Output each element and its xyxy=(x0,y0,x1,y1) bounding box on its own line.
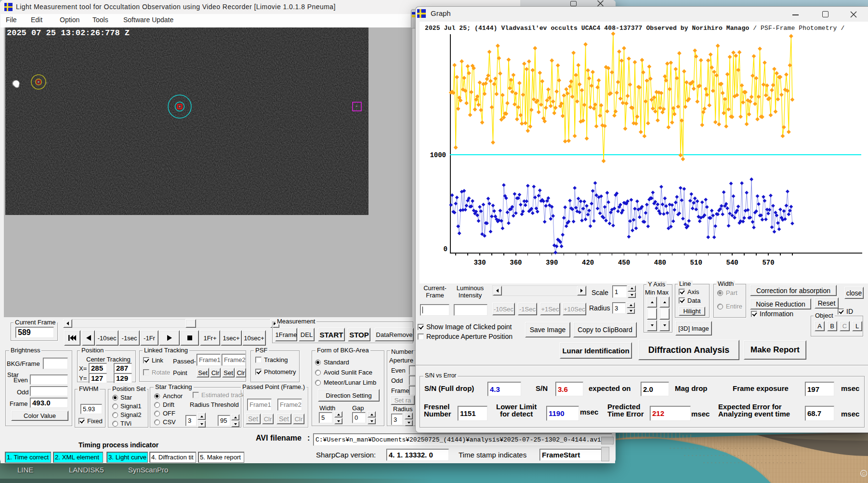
svg-text:450: 450 xyxy=(618,259,630,267)
svg-text:0: 0 xyxy=(444,245,447,253)
svg-text:C: C xyxy=(862,471,866,476)
svg-text:390: 390 xyxy=(546,259,558,267)
svg-text:480: 480 xyxy=(654,259,666,267)
svg-text:360: 360 xyxy=(510,259,522,267)
svg-text:1000: 1000 xyxy=(430,151,446,159)
svg-text:540: 540 xyxy=(726,259,738,267)
svg-text:570: 570 xyxy=(762,259,774,267)
svg-text:510: 510 xyxy=(690,259,702,267)
svg-text:420: 420 xyxy=(582,259,594,267)
svg-text:330: 330 xyxy=(473,259,486,267)
